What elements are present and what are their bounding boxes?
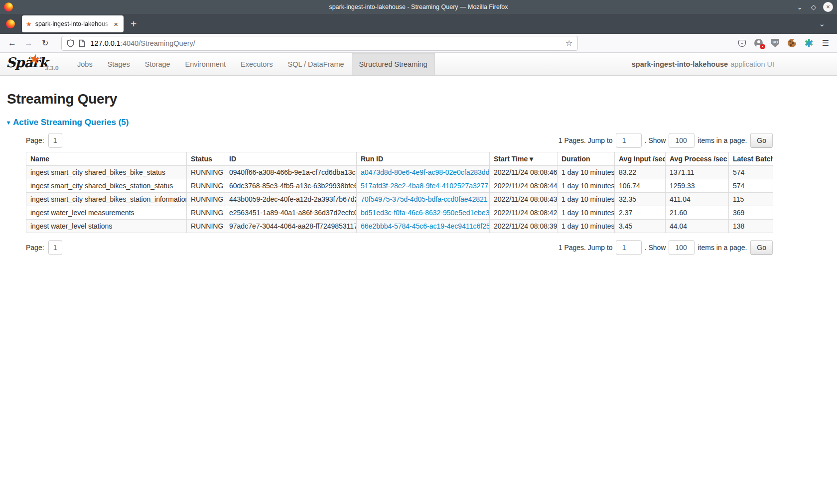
col-header-id[interactable]: ID [225,152,357,166]
col-header-latest-batch[interactable]: Latest Batch [729,152,773,166]
start-time-cell: 2022/11/24 08:08:44 [490,179,558,193]
page-number-input[interactable] [48,240,62,255]
run-id-link[interactable]: 70f54975-375d-4d05-bdfa-ccd0fae42821 [361,195,488,203]
active-queries-section-toggle[interactable]: ▾ Active Streaming Queries (5) [7,118,830,127]
latest-batch-cell: 115 [729,193,773,206]
items-per-page-input[interactable] [669,240,695,255]
table-row: ingest smart_city shared_bikes_station_i… [26,193,773,206]
status-cell: RUNNING [187,220,225,233]
status-cell: RUNNING [187,193,225,206]
avg-input-per-sec-cell: 106.74 [615,179,666,193]
spark-favicon-icon: ★ [26,20,32,28]
table-row: ingest water_level measurementsRUNNINGe2… [26,206,773,220]
spark-nav-tabs: Jobs Stages Storage Environment Executor… [70,53,435,75]
tab-close-icon[interactable]: × [112,20,120,28]
id-cell: 443b0059-2dec-40fe-a12d-2a393f7b67d2 [225,193,357,206]
avg-process-per-sec-cell: 1259.33 [666,179,729,193]
table-row: ingest water_level stationsRUNNING97adc7… [26,220,773,233]
duration-cell: 1 day 10 minutes [558,193,615,206]
avg-input-per-sec-cell: 2.37 [615,206,666,220]
nav-tab-sql-dataframe[interactable]: SQL / DataFrame [280,53,351,75]
asterisk-extension-icon[interactable]: ✱ [805,39,814,47]
url-text[interactable]: 127.0.0.1:4040/StreamingQuery/ [90,39,565,47]
run-id-cell: 70f54975-375d-4d05-bdfa-ccd0fae42821 [357,193,490,206]
spark-version: 3.3.0 [45,65,59,72]
nav-tab-jobs[interactable]: Jobs [70,53,100,75]
reload-icon[interactable]: ↻ [42,38,48,48]
col-header-run-id[interactable]: Run ID [357,152,490,166]
jump-to-input[interactable] [616,240,642,255]
table-row: ingest smart_city shared_bikes_station_s… [26,179,773,193]
ublock-origin-icon[interactable]: UO [771,39,779,47]
table-body: ingest smart_city shared_bikes_bike_stat… [26,166,773,233]
start-time-cell: 2022/11/24 08:08:42 [490,206,558,220]
forward-icon[interactable]: → [24,38,33,48]
name-cell: ingest smart_city shared_bikes_bike_stat… [26,166,187,179]
bookmark-star-icon[interactable]: ☆ [565,38,572,48]
nav-tab-stages[interactable]: Stages [100,53,138,75]
page-title: Streaming Query [7,91,830,107]
close-icon[interactable]: × [823,2,833,12]
pages-jump-text: 1 Pages. Jump to [558,136,613,144]
id-cell: 97adc7e7-3044-4064-aa28-ff7249853117 [225,220,357,233]
new-tab-button[interactable]: + [131,19,137,29]
back-icon[interactable]: ← [8,38,16,48]
tab-title: spark-ingest-into-lakehous [35,20,113,27]
application-suffix: application UI [730,60,774,68]
run-id-cell: 517afd3f-28e2-4ba8-9fe4-4102527a3277 [357,179,490,193]
duration-cell: 1 day 10 minutes [558,179,615,193]
page-number-input[interactable] [48,133,62,148]
pagination-top: Page: 1 Pages. Jump to . Show items in a… [26,133,773,148]
run-id-link[interactable]: 517afd3f-28e2-4ba8-9fe4-4102527a3277 [361,182,488,190]
maximize-icon[interactable]: ◇ [809,2,818,11]
col-header-start-time[interactable]: Start Time ▾ [490,152,558,166]
start-time-cell: 2022/11/24 08:08:43 [490,193,558,206]
shield-icon[interactable] [67,39,74,47]
table-row: ingest smart_city shared_bikes_bike_stat… [26,166,773,179]
menu-icon[interactable]: ☰ [822,38,829,48]
col-header-avg-input[interactable]: Avg Input /sec [615,152,666,166]
url-bar[interactable]: 127.0.0.1:4040/StreamingQuery/ ☆ [61,36,578,51]
application-name: spark-ingest-into-lakehouse [632,60,728,68]
table-header-row: Name Status ID Run ID Start Time ▾ Durat… [26,152,773,166]
url-host: 127.0.0.1 [90,39,120,47]
spark-logo[interactable]: APACHE Spark ★ 3.3.0 [0,53,70,75]
page-label: Page: [26,244,44,252]
pocket-icon[interactable]: ⌄ [738,40,746,47]
page-icon[interactable] [79,39,85,47]
minimize-icon[interactable]: ⌄ [795,2,804,11]
browser-tab[interactable]: ★ spark-ingest-into-lakehous × [22,15,124,32]
latest-batch-cell: 138 [729,220,773,233]
all-tabs-chevron-icon[interactable]: ⌄ [819,19,825,28]
nav-tab-storage[interactable]: Storage [138,53,178,75]
items-per-page-input[interactable] [669,133,695,148]
nav-tab-executors[interactable]: Executors [233,53,280,75]
page-label: Page: [26,136,44,144]
nav-toolbar: ← → ↻ 127.0.0.1:4040/StreamingQuery/ ☆ ⌄… [0,34,837,53]
avg-process-per-sec-cell: 411.04 [666,193,729,206]
duration-cell: 1 day 10 minutes [558,206,615,220]
run-id-link[interactable]: bd51ed3c-f0fa-46c6-8632-950e5ed1ebe3 [361,209,489,217]
run-id-cell: bd51ed3c-f0fa-46c6-8632-950e5ed1ebe3 [357,206,490,220]
run-id-link[interactable]: 66e2bbb4-5784-45c6-ac19-4ec9411c6f25 [361,222,490,230]
status-cell: RUNNING [187,206,225,220]
go-button[interactable]: Go [750,240,773,255]
jump-to-input[interactable] [616,133,642,148]
go-button[interactable]: Go [750,133,773,148]
cookie-extension-icon[interactable] [788,39,796,47]
name-cell: ingest smart_city shared_bikes_station_i… [26,193,187,206]
account-extension-icon[interactable]: × [754,39,763,47]
nav-tab-environment[interactable]: Environment [178,53,233,75]
nav-tab-structured-streaming[interactable]: Structured Streaming [352,53,435,75]
pages-jump-text: 1 Pages. Jump to [558,244,613,252]
col-header-status[interactable]: Status [187,152,225,166]
show-text: . Show [645,136,666,144]
run-id-link[interactable]: a0473d8d-80e6-4e9f-ac98-02e0cfa283dd [361,168,489,176]
col-header-avg-process[interactable]: Avg Process /sec [666,152,729,166]
avg-process-per-sec-cell: 1371.11 [666,166,729,179]
col-header-duration[interactable]: Duration [558,152,615,166]
name-cell: ingest smart_city shared_bikes_station_s… [26,179,187,193]
spark-navbar: APACHE Spark ★ 3.3.0 Jobs Stages Storage… [0,53,837,76]
col-header-name[interactable]: Name [26,152,187,166]
firefox-view-icon[interactable] [6,19,15,28]
